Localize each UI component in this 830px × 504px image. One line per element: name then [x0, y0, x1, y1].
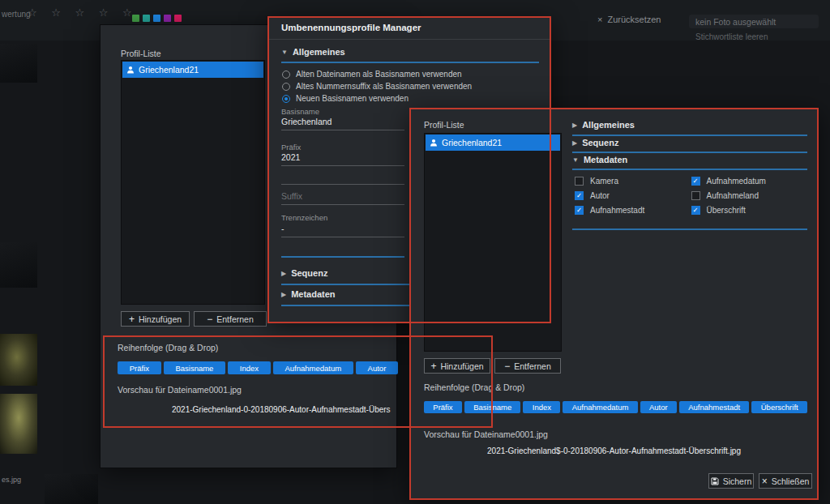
rating-label: wertung — [2, 10, 31, 19]
star-rating-icons[interactable]: ☆ ☆ ☆ ☆ ☆ — [28, 6, 138, 19]
checkbox-label: Aufnahmeland — [707, 191, 759, 200]
input-underline — [281, 204, 404, 205]
save-button[interactable]: Sichern — [708, 473, 754, 489]
color-label-blue-icon[interactable] — [153, 15, 160, 22]
section-metadaten[interactable]: ▼ Metadaten — [572, 155, 627, 164]
close-icon: × — [762, 476, 768, 486]
order-chip[interactable]: Überschrift — [751, 401, 807, 413]
checkbox-aufnahmeland[interactable]: Aufnahmeland — [691, 191, 808, 200]
chevron-down-icon: ▼ — [572, 156, 579, 164]
profile-list-item-selected[interactable]: Griechenland21 — [122, 62, 263, 78]
input-underline — [281, 130, 404, 130]
section-allgemeines[interactable]: ▶ Allgemeines — [572, 120, 635, 130]
radio-old-numbersuffix[interactable]: Altes Nummernsuffix als Basisnamen verwe… — [282, 82, 472, 91]
save-icon — [711, 477, 719, 485]
color-label-purple-icon[interactable] — [164, 15, 171, 22]
color-label-green-icon[interactable] — [132, 15, 139, 22]
profile-list[interactable]: Griechenland21 — [121, 60, 265, 305]
order-chip[interactable]: Präfix — [118, 361, 161, 374]
add-profile-button[interactable]: + Hinzufügen — [121, 311, 190, 327]
radio-icon — [282, 70, 290, 79]
section-underline — [572, 229, 807, 230]
color-label-pink-icon[interactable] — [174, 15, 182, 22]
minus-icon: − — [207, 314, 212, 324]
input-underline — [281, 237, 404, 237]
praefix-label: Präfix — [281, 143, 301, 152]
order-chip[interactable]: Basisname — [164, 361, 225, 374]
order-chip[interactable]: Autor — [356, 361, 398, 374]
checkbox-ueberschrift[interactable]: Überschrift — [691, 206, 808, 215]
section-underline — [572, 135, 807, 136]
no-photo-selected-label: kein Foto ausgewählt — [695, 17, 776, 27]
checkbox-kamera[interactable]: Kamera — [575, 177, 691, 186]
reset-button-label: Zurücksetzen — [607, 15, 661, 24]
checkbox-unchecked-icon — [691, 191, 700, 200]
chevron-right-icon: ▶ — [572, 122, 577, 129]
order-chip[interactable]: Autor — [640, 401, 677, 413]
section-metadaten[interactable]: ▶ Metadaten — [281, 289, 336, 299]
close-button-label: Schließen — [772, 476, 810, 486]
preview-filename: 2021-Griechenland-0-20180906-Autor-Aufna… — [172, 405, 391, 414]
section-sequenz-label: Sequenz — [291, 268, 327, 278]
photo-thumbnail[interactable] — [0, 44, 37, 83]
checkbox-autor[interactable]: Autor — [575, 191, 691, 200]
close-button[interactable]: × Schließen — [759, 473, 812, 489]
add-profile-button[interactable]: + Hinzufügen — [424, 358, 490, 374]
radio-label: Alten Dateinamen als Basisnamen verwende… — [296, 70, 462, 79]
profile-name: Griechenland21 — [442, 138, 502, 147]
radio-old-filename[interactable]: Alten Dateinamen als Basisnamen verwende… — [282, 70, 472, 79]
add-profile-label: Hinzufügen — [139, 314, 182, 324]
reset-button[interactable]: × Zurücksetzen — [597, 15, 661, 24]
order-chip[interactable]: Aufnahmestadt — [679, 401, 750, 413]
photo-thumbnail[interactable] — [45, 474, 98, 504]
order-chip-row: Präfix Basisname Index Aufnahmedatum Aut… — [118, 361, 398, 374]
checkbox-label: Aufnahmedatum — [707, 177, 766, 186]
order-chip[interactable]: Aufnahmedatum — [563, 401, 637, 413]
photo-thumbnail[interactable] — [0, 242, 37, 288]
radio-label: Altes Nummernsuffix als Basisnamen verwe… — [296, 82, 472, 91]
remove-profile-button[interactable]: − Entfernen — [194, 311, 267, 327]
trennzeichen-input[interactable]: - — [281, 224, 285, 233]
basisname-label: Basisname — [281, 107, 319, 116]
save-button-label: Sichern — [723, 476, 752, 486]
basisname-input[interactable]: Griechenland — [281, 117, 332, 126]
order-chip[interactable]: Präfix — [424, 401, 462, 413]
minus-icon: − — [504, 361, 510, 371]
section-allgemeines[interactable]: ▼ Allgemeines — [281, 47, 345, 57]
section-sequenz[interactable]: ▶ Sequenz — [572, 138, 618, 147]
checkbox-label: Autor — [590, 191, 610, 200]
radio-new-basename[interactable]: Neuen Basisnamen verwenden — [282, 94, 472, 103]
input-underline — [281, 165, 404, 166]
order-chip[interactable]: Index — [523, 401, 560, 413]
add-profile-label: Hinzufügen — [440, 361, 483, 371]
basename-radio-group: Alten Dateinamen als Basisnamen verwende… — [282, 70, 472, 103]
checkbox-unchecked-icon — [575, 177, 584, 186]
order-chip[interactable]: Index — [228, 361, 271, 374]
remove-profile-button[interactable]: − Entfernen — [494, 358, 561, 374]
radio-label: Neuen Basisnamen verwenden — [296, 94, 409, 103]
section-allgemeines-label: Allgemeines — [293, 47, 345, 57]
praefix-input[interactable]: 2021 — [281, 152, 300, 162]
keyword-list-label: Stichwortliste leeren — [695, 32, 768, 41]
order-chip[interactable]: Aufnahmedatum — [273, 361, 353, 374]
color-label-teal-icon[interactable] — [143, 15, 150, 22]
order-chip[interactable]: Basisname — [464, 401, 521, 413]
checkbox-label: Aufnahmestadt — [590, 206, 644, 215]
checkbox-aufnahmestadt[interactable]: Aufnahmestadt — [575, 206, 691, 215]
checkbox-aufnahmedatum[interactable]: Aufnahmedatum — [691, 177, 808, 186]
preview-filename: 2021-Griechenland$-0-20180906-Autor-Aufn… — [410, 446, 818, 455]
order-section-label: Reihenfolge (Drag & Drop) — [118, 343, 218, 352]
section-sequenz[interactable]: ▶ Sequenz — [281, 268, 327, 278]
photo-thumbnail[interactable] — [0, 334, 37, 386]
plus-icon: + — [129, 314, 135, 324]
chevron-right-icon: ▶ — [281, 291, 286, 298]
input-underline — [281, 184, 404, 185]
profile-name: Griechenland21 — [139, 65, 199, 75]
order-chip-row: Präfix Basisname Index Aufnahmedatum Aut… — [424, 401, 807, 413]
suffix-input[interactable]: Suffix — [281, 191, 302, 201]
photo-thumbnail[interactable] — [0, 394, 37, 454]
checkbox-label: Kamera — [590, 177, 618, 186]
chevron-down-icon: ▼ — [281, 49, 288, 56]
profile-list-item-selected[interactable]: Griechenland21 — [426, 135, 560, 151]
profile-list[interactable]: Griechenland21 — [424, 133, 562, 352]
